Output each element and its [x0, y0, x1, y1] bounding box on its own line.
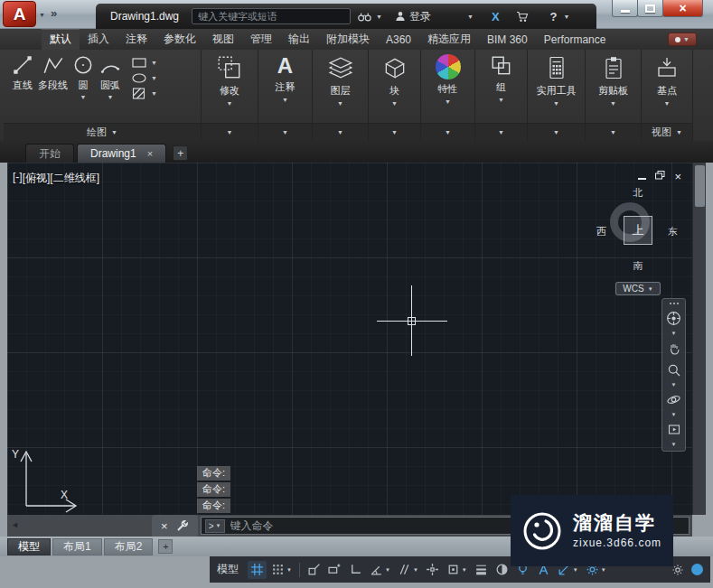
ellipse-dropdown-icon[interactable]: ▼ [151, 75, 157, 81]
orbit-button[interactable] [663, 389, 684, 410]
polar-dropdown-icon[interactable]: ▼ [385, 567, 390, 573]
annotation-button[interactable]: A 注释 ▼ [276, 50, 296, 103]
ribbon-tab-insert[interactable]: 插入 [80, 29, 117, 50]
zoom-button[interactable] [663, 359, 684, 380]
arc-tool-button[interactable]: 圆弧 ▼ [99, 53, 122, 100]
viewport-visual-style-control[interactable]: [二维线框] [50, 171, 99, 186]
modify-button[interactable]: 修改 ▼ [216, 50, 243, 107]
model-tab[interactable]: 模型 [7, 538, 51, 555]
layers-button[interactable]: 图层 ▼ [327, 50, 354, 107]
lineweight-toggle[interactable] [472, 561, 491, 579]
infer-constraints-toggle[interactable] [305, 561, 324, 579]
sign-in-button[interactable]: 登录 [409, 9, 431, 24]
block-panel-footer[interactable]: ▼ [369, 123, 420, 141]
ribbon-tab-addins[interactable]: 附加模块 [318, 29, 378, 50]
wcs-dropdown[interactable]: WCS ▼ [615, 282, 660, 295]
search-dropdown-icon[interactable]: ▼ [376, 14, 382, 20]
navbar-grip[interactable] [670, 303, 679, 304]
command-prompt-icon[interactable]: > ▼ [205, 519, 225, 533]
annotation-scale-dropdown-icon[interactable]: ▼ [573, 567, 578, 573]
viewcube-south-label[interactable]: 南 [596, 259, 680, 273]
ribbon-tab-a360[interactable]: A360 [378, 29, 419, 50]
exchange-apps-icon[interactable]: X [492, 10, 500, 23]
navigation-wheel-button[interactable] [663, 308, 684, 329]
pan-button[interactable] [663, 338, 684, 359]
snap-dropdown-icon[interactable]: ▼ [286, 567, 292, 573]
viewcube-north-label[interactable]: 北 [596, 186, 680, 200]
isodraft-toggle[interactable]: ▼ [395, 561, 421, 579]
new-drawing-button[interactable]: + [173, 145, 188, 161]
transparency-toggle[interactable] [493, 561, 511, 579]
ellipse-tool-button[interactable]: ▼ [131, 72, 157, 84]
utilities-button[interactable]: 实用工具 ▼ [537, 50, 577, 107]
drawing-canvas[interactable]: [-] [俯视] [二维线框] × 北 上 西 东 南 WCS ▼ [7, 163, 692, 515]
minimize-button[interactable] [612, 0, 638, 17]
draw-panel-footer[interactable]: 绘图 ▼ [4, 123, 201, 141]
doc-close-icon[interactable]: × [674, 171, 681, 182]
groups-button[interactable]: 组 ▼ [490, 50, 513, 103]
layout2-tab[interactable]: 布局2 [104, 538, 154, 555]
sign-in-dropdown-icon[interactable]: ▼ [467, 14, 474, 20]
showmotion-button[interactable] [663, 419, 684, 440]
properties-button[interactable]: 特性 ▼ [436, 50, 461, 105]
customize-gear-icon[interactable] [671, 564, 684, 576]
hatch-dropdown-icon[interactable]: ▼ [151, 90, 157, 97]
ribbon-tab-featured-apps[interactable]: 精选应用 [419, 29, 479, 50]
block-button[interactable]: 块 ▼ [381, 50, 408, 107]
object-snap-tracking-toggle[interactable] [423, 561, 442, 579]
base-point-button[interactable]: 基点 ▼ [654, 50, 680, 107]
doc-restore-icon[interactable] [655, 170, 665, 182]
line-tool-button[interactable]: 直线 [11, 53, 34, 100]
view-panel-footer[interactable]: 视图 ▼ [642, 123, 692, 141]
app-menu-button[interactable]: A [3, 1, 36, 27]
object-snap-toggle[interactable]: ▼ [444, 561, 470, 579]
ortho-toggle[interactable] [346, 561, 365, 579]
search-input[interactable] [192, 11, 350, 22]
arc-dropdown-icon[interactable]: ▼ [108, 94, 114, 100]
clipboard-button[interactable]: 剪贴板 ▼ [598, 50, 628, 107]
cart-icon[interactable] [516, 11, 529, 23]
zoom-dropdown-icon[interactable]: ▼ [671, 382, 677, 387]
rectangle-tool-button[interactable]: ▼ [131, 57, 157, 69]
ribbon-tab-manage[interactable]: 管理 [242, 29, 280, 50]
polyline-tool-button[interactable]: 多段线 [38, 53, 68, 100]
groups-panel-footer[interactable]: ▼ [475, 123, 527, 141]
file-tab-close-icon[interactable]: × [147, 148, 153, 159]
maximize-button[interactable] [637, 0, 663, 17]
hatch-tool-button[interactable]: ▼ [131, 88, 157, 99]
workspace-dropdown-icon[interactable]: ▼ [601, 567, 606, 573]
view-cube[interactable]: 北 上 西 东 南 WCS ▼ [596, 186, 680, 295]
viewcube-east-label[interactable]: 东 [668, 225, 678, 238]
command-close-icon[interactable]: × [161, 519, 168, 533]
viewcube-top-face[interactable]: 上 [624, 216, 652, 245]
command-customize-wrench-icon[interactable] [176, 519, 189, 532]
ribbon-tab-annotate[interactable]: 注释 [117, 29, 155, 50]
app-menu-arrow-icon[interactable]: ▼ [39, 12, 45, 18]
annotation-panel-footer[interactable]: ▼ [258, 123, 312, 141]
search-icon[interactable] [357, 11, 372, 23]
doc-minimize-icon[interactable] [638, 178, 646, 180]
start-file-tab[interactable]: 开始 [25, 144, 74, 163]
ribbon-tab-parametric[interactable]: 参数化 [155, 29, 204, 50]
ribbon-tab-output[interactable]: 输出 [280, 29, 318, 50]
utilities-panel-footer[interactable]: ▼ [528, 123, 585, 141]
ribbon-display-button[interactable]: ▼ [668, 33, 697, 46]
close-button[interactable]: × [662, 0, 703, 17]
notification-badge-icon[interactable] [691, 564, 703, 575]
snap-toggle[interactable]: ▼ [268, 561, 295, 579]
drawing1-file-tab[interactable]: Drawing1 × [77, 144, 166, 163]
navbar-more-dropdown-icon[interactable]: ▼ [671, 442, 677, 447]
help-button[interactable]: ? [550, 10, 558, 23]
dynamic-input-toggle[interactable] [325, 561, 344, 579]
grid-toggle[interactable] [248, 561, 267, 579]
object-snap-dropdown-icon[interactable]: ▼ [462, 567, 467, 573]
horizontal-scrollbar[interactable]: ◄ [7, 515, 152, 537]
modify-panel-footer[interactable]: ▼ [202, 123, 258, 141]
isodraft-dropdown-icon[interactable]: ▼ [413, 567, 418, 573]
new-layout-button[interactable]: + [158, 539, 173, 554]
ribbon-tab-bim360[interactable]: BIM 360 [479, 29, 536, 50]
circle-tool-button[interactable]: 圆 ▼ [71, 53, 95, 100]
clipboard-panel-footer[interactable]: ▼ [586, 123, 641, 141]
search-box[interactable] [192, 8, 351, 24]
vertical-scrollbar-thumb[interactable] [695, 165, 705, 207]
